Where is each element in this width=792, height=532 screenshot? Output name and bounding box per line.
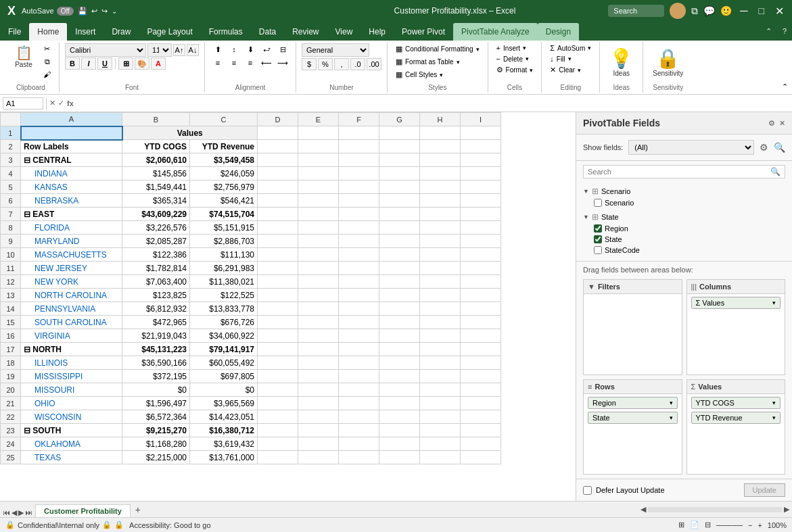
cell-13-C[interactable]: $122,525 bbox=[190, 289, 258, 302]
row-number-5[interactable]: 5 bbox=[1, 180, 21, 194]
cell-8-A[interactable]: FLORIDA bbox=[21, 221, 122, 235]
cell-7-B[interactable]: $43,609,229 bbox=[122, 208, 190, 221]
cell-8-B[interactable]: $3,226,576 bbox=[122, 221, 190, 235]
cell-13-G[interactable] bbox=[379, 289, 420, 302]
cell-14-H[interactable] bbox=[420, 302, 461, 316]
cell-4-D[interactable] bbox=[258, 167, 298, 180]
cell-11-C[interactable]: $6,291,983 bbox=[190, 262, 258, 275]
align-middle-btn[interactable]: ↕ bbox=[227, 43, 241, 55]
add-sheet-button[interactable]: + bbox=[131, 502, 145, 517]
cell-5-C[interactable]: $2,756,979 bbox=[190, 180, 258, 194]
align-top-btn[interactable]: ⬆ bbox=[210, 43, 225, 55]
row-number-15[interactable]: 15 bbox=[1, 316, 21, 329]
bold-button[interactable]: B bbox=[65, 57, 80, 70]
cell-6-E[interactable] bbox=[298, 194, 339, 208]
cell-11-D[interactable] bbox=[258, 262, 298, 275]
row-number-8[interactable]: 8 bbox=[1, 221, 21, 235]
cell-14-I[interactable] bbox=[461, 302, 501, 316]
cell-18-G[interactable] bbox=[379, 356, 420, 370]
sensitivity-button[interactable]: 🔒 Sensitivity bbox=[649, 47, 687, 80]
restore-icon[interactable]: ⧉ bbox=[691, 5, 698, 17]
cell-6-A[interactable]: NEBRASKA bbox=[21, 194, 122, 208]
cell-1-F[interactable] bbox=[339, 126, 379, 140]
cell-15-H[interactable] bbox=[420, 316, 461, 329]
cell-17-C[interactable]: $79,141,917 bbox=[190, 343, 258, 356]
scroll-right-icon[interactable]: ▶ bbox=[784, 505, 789, 514]
cell-7-A[interactable]: ⊟ EAST bbox=[21, 208, 122, 221]
cell-6-H[interactable] bbox=[420, 194, 461, 208]
cell-2-G[interactable] bbox=[379, 140, 420, 153]
rows-tag-state[interactable]: State ▾ bbox=[588, 412, 678, 424]
cell-13-H[interactable] bbox=[420, 289, 461, 302]
cell-12-E[interactable] bbox=[298, 275, 339, 289]
cell-17-I[interactable] bbox=[461, 343, 501, 356]
cell-7-G[interactable] bbox=[379, 208, 420, 221]
cell-24-I[interactable] bbox=[461, 437, 501, 451]
cell-15-F[interactable] bbox=[339, 316, 379, 329]
cell-6-I[interactable] bbox=[461, 194, 501, 208]
cell-23-G[interactable] bbox=[379, 424, 420, 437]
cell-25-F[interactable] bbox=[339, 451, 379, 464]
cell-17-G[interactable] bbox=[379, 343, 420, 356]
cell-17-H[interactable] bbox=[420, 343, 461, 356]
close-btn[interactable]: ✕ bbox=[772, 5, 787, 18]
cell-19-A[interactable]: MISSISSIPPI bbox=[21, 370, 122, 383]
normal-view-icon[interactable]: ⊞ bbox=[678, 521, 684, 529]
col-header-f[interactable]: F bbox=[339, 113, 379, 126]
cell-8-H[interactable] bbox=[420, 221, 461, 235]
cell-10-H[interactable] bbox=[420, 248, 461, 262]
field-child-statecode[interactable]: StateCode bbox=[583, 245, 785, 256]
cell-8-C[interactable]: $5,151,915 bbox=[190, 221, 258, 235]
format-cells-btn[interactable]: ⚙ Format ▾ bbox=[494, 65, 536, 75]
cell-7-F[interactable] bbox=[339, 208, 379, 221]
cell-18-A[interactable]: ILLINOIS bbox=[21, 356, 122, 370]
autosave-toggle[interactable]: Off bbox=[57, 7, 74, 16]
pivot-gear-icon[interactable]: ⚙ bbox=[760, 142, 768, 153]
tab-home[interactable]: Home bbox=[29, 23, 67, 41]
col-header-b[interactable]: B bbox=[122, 113, 190, 126]
ideas-button[interactable]: 💡 Ideas bbox=[605, 47, 637, 80]
cell-10-F[interactable] bbox=[339, 248, 379, 262]
rows-tag-region[interactable]: Region ▾ bbox=[588, 397, 678, 409]
cell-3-B[interactable]: $2,060,610 bbox=[122, 153, 190, 167]
cell-25-G[interactable] bbox=[379, 451, 420, 464]
cell-8-E[interactable] bbox=[298, 221, 339, 235]
align-center-btn[interactable]: ≡ bbox=[227, 57, 241, 69]
cell-16-C[interactable]: $34,060,922 bbox=[190, 329, 258, 343]
cell-12-G[interactable] bbox=[379, 275, 420, 289]
col-header-c[interactable]: C bbox=[190, 113, 258, 126]
redo-icon[interactable]: ↪ bbox=[101, 7, 108, 16]
copy-button[interactable]: ⧉ bbox=[41, 56, 53, 68]
cell-3-A[interactable]: ⊟ CENTRAL bbox=[21, 153, 122, 167]
cell-20-F[interactable] bbox=[339, 383, 379, 397]
cell-12-D[interactable] bbox=[258, 275, 298, 289]
cell-22-H[interactable] bbox=[420, 410, 461, 424]
conditional-formatting-btn[interactable]: ▦ Conditional Formatting ▾ bbox=[393, 43, 482, 55]
cell-10-I[interactable] bbox=[461, 248, 501, 262]
cell-4-G[interactable] bbox=[379, 167, 420, 180]
align-bottom-btn[interactable]: ⬇ bbox=[243, 43, 258, 55]
insert-function-icon[interactable]: fx bbox=[67, 99, 74, 107]
cell-14-E[interactable] bbox=[298, 302, 339, 316]
cell-10-E[interactable] bbox=[298, 248, 339, 262]
pivot-close-icon[interactable]: ✕ bbox=[779, 119, 785, 128]
cell-6-C[interactable]: $546,421 bbox=[190, 194, 258, 208]
underline-button[interactable]: U bbox=[97, 57, 112, 70]
cell-24-B[interactable]: $1,168,280 bbox=[122, 437, 190, 451]
cell-24-D[interactable] bbox=[258, 437, 298, 451]
cell-4-F[interactable] bbox=[339, 167, 379, 180]
cell-18-F[interactable] bbox=[339, 356, 379, 370]
cell-styles-btn[interactable]: ▦ Cell Styles ▾ bbox=[393, 69, 446, 80]
row-number-1[interactable]: 1 bbox=[1, 126, 21, 140]
tab-data[interactable]: Data bbox=[251, 23, 284, 41]
cell-25-H[interactable] bbox=[420, 451, 461, 464]
page-layout-view-icon[interactable]: 📄 bbox=[690, 521, 699, 529]
cell-15-E[interactable] bbox=[298, 316, 339, 329]
cell-12-F[interactable] bbox=[339, 275, 379, 289]
cell-23-D[interactable] bbox=[258, 424, 298, 437]
border-button[interactable]: ⊞ bbox=[118, 57, 133, 70]
cell-6-B[interactable]: $365,314 bbox=[122, 194, 190, 208]
cell-14-F[interactable] bbox=[339, 302, 379, 316]
values-tag-ytd-revenue[interactable]: YTD Revenue ▾ bbox=[691, 412, 781, 424]
cell-14-A[interactable]: PENNSYLVANIA bbox=[21, 302, 122, 316]
